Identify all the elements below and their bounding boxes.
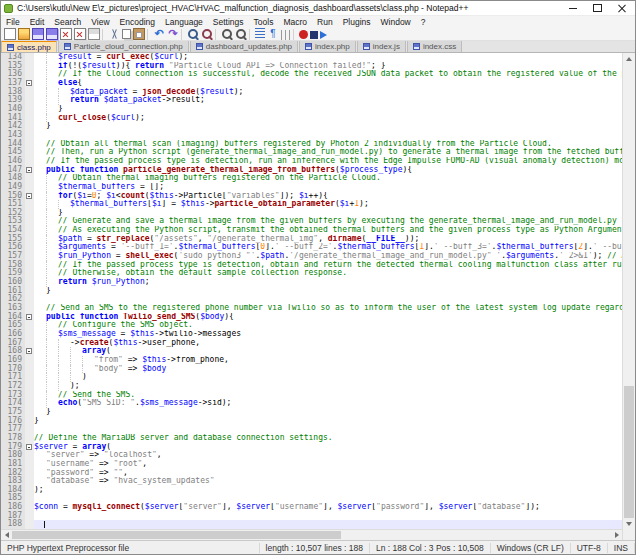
fold-collapse-icon[interactable]	[26, 314, 32, 320]
code-line-text[interactable]: echo("SMS SID: ".$sms_message->sid);	[34, 399, 622, 408]
fold-margin-cell[interactable]	[25, 443, 34, 452]
menu-item-macro[interactable]: Macro	[278, 17, 312, 27]
menu-item-encoding[interactable]: Encoding	[115, 17, 160, 27]
code-line[interactable]: 169"from" => $this->from_phone,	[1, 356, 622, 365]
code-line-text[interactable]: public function Twilio_send_SMS($body){	[34, 313, 622, 322]
code-line[interactable]: 140}	[1, 105, 622, 114]
code-line-text[interactable]: for($i=0; $i<count($this->Particle["vari…	[34, 192, 622, 201]
code-line-text[interactable]: ->create($this->user_phone,	[34, 339, 622, 348]
menu-item-tools[interactable]: Tools	[249, 17, 279, 27]
code-line-text[interactable]: );	[34, 382, 622, 391]
code-line[interactable]: 177	[1, 425, 622, 434]
code-line[interactable]: 175}	[1, 408, 622, 417]
code-line-text[interactable]: // Generate and save a thermal image fro…	[34, 217, 622, 226]
horizontal-scroll-thumb[interactable]	[12, 531, 341, 539]
code-line[interactable]: 186$conn = mysqli_connect($server["serve…	[1, 503, 622, 512]
tab-Particle_cloud_connection.php[interactable]: Particle_cloud_connection.php	[58, 41, 189, 52]
code-line[interactable]: 166$sms_message = $this->twilio->message…	[1, 330, 622, 339]
code-line[interactable]: 170"body" => $body	[1, 365, 622, 374]
code-line-text[interactable]: $server = array(	[34, 443, 622, 452]
status-encoding[interactable]: UTF-8	[571, 543, 608, 553]
code-line[interactable]: 162	[1, 295, 622, 304]
tab-index.css[interactable]: index.css	[407, 41, 462, 52]
code-line[interactable]: 144// Obtain all thermal scan (imaging) …	[1, 140, 622, 149]
menu-item-plugins[interactable]: Plugins	[338, 17, 376, 27]
copy-icon[interactable]	[122, 29, 131, 39]
code-line[interactable]: 159// Otherwise, obtain the default samp…	[1, 269, 622, 278]
vertical-scroll-track[interactable]	[623, 64, 635, 518]
code-line[interactable]: 167->create($this->user_phone,	[1, 339, 622, 348]
menu-item-window[interactable]: Window	[376, 17, 416, 27]
code-line[interactable]: 143	[1, 131, 622, 140]
code-line-text[interactable]: $result = curl_exec($curl);	[34, 53, 622, 62]
play-macro-icon[interactable]	[320, 31, 327, 39]
code-line-text[interactable]: "database" => "hvac_system_updates"	[34, 477, 622, 486]
code-line[interactable]: 135if(!($result)){ return "Particle Clou…	[1, 62, 622, 71]
code-line-text[interactable]: $arguments = '--buff_1='.$thermal_buffer…	[34, 243, 622, 252]
maximize-button[interactable]	[585, 1, 610, 15]
status-eol-format[interactable]: Windows (CR LF)	[491, 543, 571, 553]
code-line[interactable]: 187	[1, 512, 622, 521]
word-wrap-icon[interactable]	[255, 28, 265, 40]
code-line-text[interactable]: else{	[34, 79, 622, 88]
close-icon[interactable]	[60, 28, 72, 40]
horizontal-scroll-track[interactable]	[12, 530, 611, 540]
code-line[interactable]: 168array(	[1, 347, 622, 356]
code-line[interactable]: 185	[1, 494, 622, 503]
code-line-text[interactable]: // As executing the Python script, trans…	[34, 226, 622, 235]
code-line-text[interactable]: "body" => $body	[34, 365, 622, 374]
menu-item-edit[interactable]: Edit	[25, 17, 50, 27]
code-line-text[interactable]: $conn = mysqli_connect($server["server"]…	[34, 503, 622, 512]
code-line-text[interactable]	[34, 512, 622, 521]
code-line-text[interactable]: }	[34, 408, 622, 417]
paste-icon[interactable]	[133, 28, 145, 40]
code-line-text[interactable]: $sms_message = $this->twilio->messages	[34, 330, 622, 339]
code-line-text[interactable]: "password" => "",	[34, 469, 622, 478]
menu-item-file[interactable]: File	[1, 17, 25, 27]
code-line-text[interactable]: }	[34, 209, 622, 218]
code-line-text[interactable]: // If the passed process type is detecti…	[34, 157, 622, 166]
code-line-text[interactable]: );	[34, 486, 622, 495]
code-line[interactable]: 174echo("SMS SID: ".$sms_message->sid);	[1, 399, 622, 408]
code-line-text[interactable]: $data_packet = json_decode($result);	[34, 88, 622, 97]
code-line[interactable]: 154// As executing the Python script, tr…	[1, 226, 622, 235]
code-line[interactable]: 134$result = curl_exec($curl);	[1, 53, 622, 62]
code-line[interactable]: 142}	[1, 122, 622, 131]
fold-margin-cell[interactable]	[25, 166, 34, 175]
code-line[interactable]: 160return $run_Python;	[1, 278, 622, 287]
code-line[interactable]: 136// If the Cloud connection is success…	[1, 70, 622, 79]
code-line-text[interactable]: // Obtain thermal imaging buffers regist…	[34, 174, 622, 183]
close-window-button[interactable]	[610, 1, 635, 15]
code-line[interactable]: 182"password" => "",	[1, 469, 622, 478]
code-line[interactable]: 151$thermal_buffers[$i] = $this->particl…	[1, 200, 622, 209]
code-line[interactable]: 164public function Twilio_send_SMS($body…	[1, 313, 622, 322]
code-line[interactable]: 158// If the passed process type is dete…	[1, 261, 622, 270]
code-line-text[interactable]: "username" => "root",	[34, 460, 622, 469]
code-line-text[interactable]: array(	[34, 347, 622, 356]
minimize-button[interactable]	[560, 1, 585, 15]
tab-class.php[interactable]: class.php	[1, 41, 57, 52]
code-line[interactable]: 165// Configure the SMS object.	[1, 321, 622, 330]
code-line-text[interactable]: $run_Python = shell_exec('sudo python3 "…	[34, 252, 622, 261]
code-line[interactable]: 180"server" => "localhost",	[1, 451, 622, 460]
vertical-scroll-thumb[interactable]	[624, 386, 634, 518]
code-line-text[interactable]: // Otherwise, obtain the default sample …	[34, 269, 622, 278]
code-line[interactable]: 137else{	[1, 79, 622, 88]
menu-item-run[interactable]: Run	[312, 17, 338, 27]
code-line[interactable]: 157$run_Python = shell_exec('sudo python…	[1, 252, 622, 261]
code-line[interactable]: 188	[1, 520, 622, 529]
code-line-text[interactable]: // Obtain all thermal scan (imaging) buf…	[34, 140, 622, 149]
code-line[interactable]: 148// Obtain thermal imaging buffers reg…	[1, 174, 622, 183]
code-line-text[interactable]: return $data_packet->result;	[34, 96, 622, 105]
code-line[interactable]: 145// Then, run a Python script (generat…	[1, 148, 622, 157]
code-line-text[interactable]	[34, 520, 622, 529]
code-line[interactable]: 171)	[1, 373, 622, 382]
code-line[interactable]: 147public function particle_generate_the…	[1, 166, 622, 175]
code-line-text[interactable]: $thermal_buffers[$i] = $this->particle_o…	[34, 200, 622, 209]
fold-margin-cell[interactable]	[25, 347, 34, 356]
code-line-text[interactable]: "server" => "localhost",	[34, 451, 622, 460]
redo-icon[interactable]: ↷	[167, 28, 179, 40]
open-folder-icon[interactable]	[18, 28, 30, 40]
stop-macro-icon[interactable]	[310, 31, 318, 39]
code-line-text[interactable]: // Define the MariaDB server and databas…	[34, 434, 622, 443]
